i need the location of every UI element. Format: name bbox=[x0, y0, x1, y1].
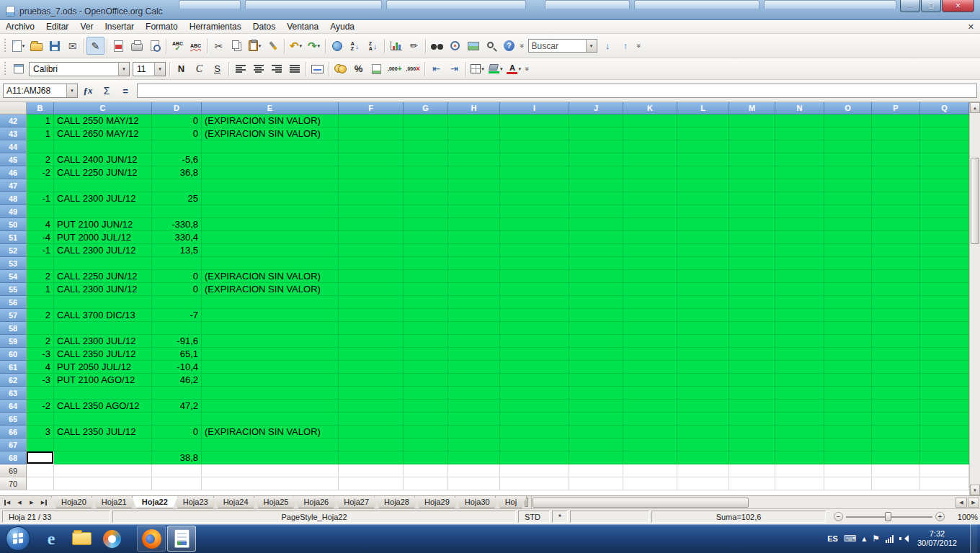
column-header-N[interactable]: N bbox=[775, 102, 824, 114]
cell-L54[interactable] bbox=[677, 270, 729, 283]
cell-I57[interactable] bbox=[500, 309, 569, 322]
cell-J61[interactable] bbox=[569, 361, 623, 374]
cell-N49[interactable] bbox=[775, 205, 824, 218]
row-header-66[interactable]: 66 bbox=[0, 426, 27, 439]
cell-P55[interactable] bbox=[872, 283, 920, 296]
cell-K42[interactable] bbox=[623, 114, 677, 127]
cell-C56[interactable] bbox=[54, 296, 152, 309]
cell-M53[interactable] bbox=[729, 257, 775, 270]
cell-O60[interactable] bbox=[824, 348, 872, 361]
cell-P66[interactable] bbox=[872, 426, 920, 439]
close-document-icon[interactable]: ✕ bbox=[968, 22, 974, 32]
cell-D53[interactable] bbox=[152, 257, 202, 270]
cell-D54[interactable]: 0 bbox=[152, 270, 202, 283]
cell-L55[interactable] bbox=[677, 283, 729, 296]
select-all-corner[interactable] bbox=[0, 102, 27, 114]
column-header-O[interactable]: O bbox=[824, 102, 872, 114]
cut-button[interactable]: ✂ bbox=[210, 37, 228, 55]
previous-sheet-button[interactable]: ◀ bbox=[14, 498, 25, 508]
volume-icon[interactable] bbox=[899, 534, 907, 543]
cell-L45[interactable] bbox=[677, 153, 729, 166]
cell-J67[interactable] bbox=[569, 439, 623, 451]
cell-C42[interactable]: CALL 2550 MAY/12 bbox=[54, 114, 152, 127]
cell-M69[interactable] bbox=[729, 464, 775, 477]
cell-B56[interactable] bbox=[27, 296, 54, 309]
cell-O51[interactable] bbox=[824, 231, 872, 244]
cell-E53[interactable] bbox=[202, 257, 339, 270]
cell-B52[interactable]: -1 bbox=[27, 244, 54, 257]
cell-P51[interactable] bbox=[872, 231, 920, 244]
cell-I63[interactable] bbox=[500, 387, 569, 400]
cell-Q53[interactable] bbox=[920, 257, 969, 270]
toolbar-overflow-icon[interactable]: » bbox=[518, 42, 526, 50]
row-header-70[interactable]: 70 bbox=[0, 477, 27, 490]
cell-E47[interactable] bbox=[202, 179, 339, 192]
copy-button[interactable] bbox=[228, 37, 246, 55]
cell-G69[interactable] bbox=[404, 464, 448, 477]
cell-Q57[interactable] bbox=[920, 309, 969, 322]
cell-P64[interactable] bbox=[872, 400, 920, 413]
cell-H67[interactable] bbox=[448, 439, 500, 451]
cell-B46[interactable]: -2 bbox=[27, 166, 54, 179]
zoom-slider-thumb[interactable] bbox=[885, 512, 891, 521]
cell-Q48[interactable] bbox=[920, 192, 969, 205]
cell-N44[interactable] bbox=[775, 140, 824, 153]
file-explorer-button[interactable] bbox=[67, 526, 96, 552]
cell-O68[interactable] bbox=[824, 451, 872, 464]
cell-Q55[interactable] bbox=[920, 283, 969, 296]
formula-button[interactable]: = bbox=[117, 83, 134, 99]
cell-N67[interactable] bbox=[775, 439, 824, 451]
cell-E52[interactable] bbox=[202, 244, 339, 257]
cell-M51[interactable] bbox=[729, 231, 775, 244]
vertical-scroll-thumb[interactable] bbox=[971, 158, 979, 244]
cell-H63[interactable] bbox=[448, 387, 500, 400]
row-header-64[interactable]: 64 bbox=[0, 400, 27, 413]
align-left-button[interactable] bbox=[231, 60, 249, 77]
cell-C54[interactable]: CALL 2250 JUN/12 bbox=[54, 270, 152, 283]
cell-B62[interactable]: -3 bbox=[27, 374, 54, 387]
cell-N57[interactable] bbox=[775, 309, 824, 322]
cell-F56[interactable] bbox=[339, 296, 404, 309]
cell-B53[interactable] bbox=[27, 257, 54, 270]
cell-H58[interactable] bbox=[448, 322, 500, 335]
cell-K68[interactable] bbox=[623, 451, 677, 464]
cell-N46[interactable] bbox=[775, 166, 824, 179]
cell-D60[interactable]: 65,1 bbox=[152, 348, 202, 361]
cell-P44[interactable] bbox=[872, 140, 920, 153]
cell-K55[interactable] bbox=[623, 283, 677, 296]
cell-B47[interactable] bbox=[27, 179, 54, 192]
minimize-button[interactable]: — bbox=[900, 0, 920, 12]
cell-M61[interactable] bbox=[729, 361, 775, 374]
cell-B60[interactable]: -3 bbox=[27, 348, 54, 361]
cell-Q65[interactable] bbox=[920, 413, 969, 426]
cell-D49[interactable] bbox=[152, 205, 202, 218]
row-header-56[interactable]: 56 bbox=[0, 296, 27, 309]
scroll-up-button[interactable]: ▲ bbox=[970, 102, 980, 113]
column-header-I[interactable]: I bbox=[500, 102, 569, 114]
find-next-button[interactable]: ↓ bbox=[599, 37, 617, 55]
cell-K44[interactable] bbox=[623, 140, 677, 153]
cell-L60[interactable] bbox=[677, 348, 729, 361]
background-window-tab[interactable] bbox=[634, 0, 760, 9]
cell-H45[interactable] bbox=[448, 153, 500, 166]
cell-M55[interactable] bbox=[729, 283, 775, 296]
cell-L42[interactable] bbox=[677, 114, 729, 127]
cell-E59[interactable] bbox=[202, 335, 339, 348]
scroll-left-button[interactable]: ◀ bbox=[956, 498, 967, 508]
draw-functions-button[interactable]: ✏ bbox=[405, 37, 423, 55]
cell-E46[interactable] bbox=[202, 166, 339, 179]
font-name-combo[interactable]: Calibri ▾ bbox=[29, 62, 130, 76]
row-header-59[interactable]: 59 bbox=[0, 335, 27, 348]
align-right-button[interactable] bbox=[267, 60, 285, 77]
column-header-J[interactable]: J bbox=[569, 102, 623, 114]
cell-I47[interactable] bbox=[500, 179, 569, 192]
cell-F69[interactable] bbox=[339, 464, 404, 477]
cell-H55[interactable] bbox=[448, 283, 500, 296]
cell-Q69[interactable] bbox=[920, 464, 969, 477]
cell-K46[interactable] bbox=[623, 166, 677, 179]
cell-L47[interactable] bbox=[677, 179, 729, 192]
cell-N62[interactable] bbox=[775, 374, 824, 387]
cell-F63[interactable] bbox=[339, 387, 404, 400]
cell-E50[interactable] bbox=[202, 218, 339, 231]
cell-I48[interactable] bbox=[500, 192, 569, 205]
